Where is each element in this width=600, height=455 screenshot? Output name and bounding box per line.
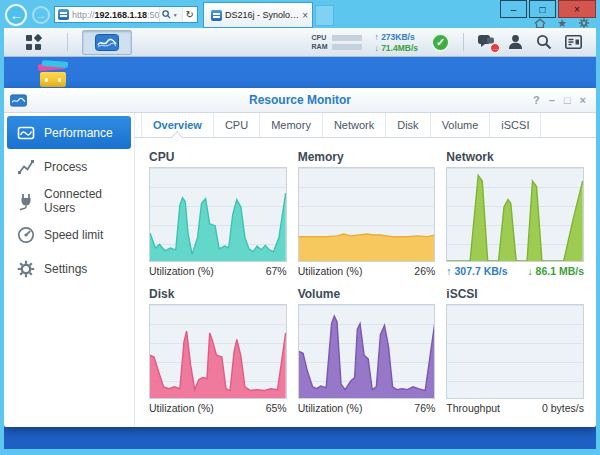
tab-iscsi[interactable]: iSCSI [490, 113, 541, 137]
charts-grid: CPUUtilization (%)67%MemoryUtilization (… [135, 138, 596, 427]
sidebar-item-settings[interactable]: Settings [7, 252, 131, 285]
browser-forward-button[interactable]: → [32, 6, 50, 24]
browser-tab[interactable]: DS216j - Synology DiskStation × [203, 2, 313, 28]
system-health-check-icon[interactable]: ✓ [431, 33, 450, 52]
chart-area-network [446, 167, 584, 262]
sidebar-item-process[interactable]: Process [7, 150, 131, 183]
address-search-button[interactable]: ▼ [159, 7, 182, 22]
window-close-button[interactable]: × [580, 94, 586, 106]
chart-area-cpu [149, 167, 287, 262]
widgets-icon [565, 35, 582, 49]
sidebar-item-label: Performance [44, 126, 113, 140]
widgets-button[interactable] [565, 35, 582, 49]
browser-window: ← → http://192.168.1.18:5000/?dc=14 ▼ ↻ … [0, 0, 600, 455]
cpu-meter-label: CPU [312, 34, 329, 41]
chart-footer-label: Utilization (%) [298, 402, 363, 414]
new-tab-button[interactable] [315, 5, 334, 26]
chart-area-disk [149, 304, 287, 399]
chart-footer-value: 26% [414, 265, 435, 277]
chart-panel-volume: VolumeUtilization (%)76% [298, 287, 436, 414]
tab-volume[interactable]: Volume [431, 113, 491, 137]
chart-title: Memory [298, 150, 436, 164]
dsm-taskbar: CPU RAM ↑ 273KB/s ↓ 71.4MB/s ✓ … [4, 28, 596, 57]
chart-area-iscsi [446, 304, 584, 399]
chart-panel-cpu: CPUUtilization (%)67% [149, 150, 287, 277]
search-button[interactable] [536, 34, 552, 50]
tab-disk[interactable]: Disk [386, 113, 430, 137]
main-menu-icon [26, 35, 41, 50]
sidebar: PerformanceProcessConnected UsersSpeed l… [4, 113, 135, 427]
chart-panel-iscsi: iSCSIThroughput0 bytes/s [446, 287, 584, 414]
system-meters[interactable]: CPU RAM [312, 34, 362, 50]
browser-minimize-button[interactable]: – [500, 0, 527, 18]
notifications-button[interactable]: … [477, 34, 495, 50]
sidebar-item-performance[interactable]: Performance [7, 116, 131, 149]
main-menu-button[interactable] [14, 30, 53, 55]
search-icon [536, 34, 552, 50]
tab-memory[interactable]: Memory [260, 113, 323, 137]
user-menu-button[interactable] [508, 34, 523, 50]
cpu-meter [332, 35, 362, 41]
tab-favicon [211, 10, 222, 21]
favorites-star-icon[interactable]: ★ [557, 18, 567, 29]
gear-icon [16, 259, 36, 279]
chart-title: Disk [149, 287, 287, 301]
chart-footer-value: 65% [266, 402, 287, 414]
notification-badge: … [490, 43, 500, 53]
chart-footer-value: ↓ 86.1 MB/s [527, 265, 584, 277]
chart-footer-value: 0 bytes/s [542, 402, 584, 414]
resource-monitor-taskbar-button[interactable] [82, 30, 132, 55]
window-maximize-button[interactable]: □ [564, 94, 571, 106]
chart-footer-label: Utilization (%) [298, 265, 363, 277]
window-minimize-button[interactable]: – [549, 94, 555, 106]
chart-footer-label: Utilization (%) [149, 265, 214, 277]
upload-speed: ↑ 273KB/s [375, 32, 418, 42]
ram-meter-label: RAM [312, 43, 329, 50]
taskbar-divider [67, 33, 68, 51]
browser-window-controls: – □ × [500, 0, 596, 18]
dsm-favicon [58, 9, 69, 20]
dsm-desktop: CPU RAM ↑ 273KB/s ↓ 71.4MB/s ✓ … [4, 28, 596, 449]
chart-footer-label: Throughput [446, 402, 500, 414]
performance-chart-icon [16, 123, 36, 143]
refresh-button[interactable]: ↻ [182, 7, 197, 22]
sidebar-item-label: Settings [44, 262, 87, 276]
process-icon [16, 157, 36, 177]
tab-cpu[interactable]: CPU [214, 113, 260, 137]
download-speed: ↓ 71.4MB/s [375, 43, 418, 53]
chart-title: Volume [298, 287, 436, 301]
chart-panel-network: Network↑ 307.7 KB/s↓ 86.1 MB/s [446, 150, 584, 277]
resource-monitor-icon [95, 34, 119, 51]
browser-maximize-button[interactable]: □ [529, 0, 556, 18]
chart-panel-disk: DiskUtilization (%)65% [149, 287, 287, 414]
tabbar: OverviewCPUMemoryNetworkDiskVolumeiSCSI [135, 113, 596, 138]
user-icon [508, 34, 523, 50]
chart-area-volume [298, 304, 436, 399]
tab-network[interactable]: Network [323, 113, 386, 137]
network-speeds: ↑ 273KB/s ↓ 71.4MB/s [375, 32, 418, 53]
chart-area-memory [298, 167, 436, 262]
resource-monitor-window: Resource Monitor ? – □ × PerformanceProc… [4, 88, 596, 427]
home-icon[interactable] [534, 18, 546, 29]
browser-back-button[interactable]: ← [5, 4, 27, 26]
chart-footer-label: ↑ 307.7 KB/s [446, 265, 507, 277]
tab-close-icon[interactable]: × [302, 10, 308, 21]
plug-icon [16, 191, 36, 211]
chart-title: iSCSI [446, 287, 584, 301]
sidebar-item-speed-limit[interactable]: Speed limit [7, 218, 131, 251]
address-bar[interactable]: http://192.168.1.18:5000/?dc=14 ▼ ↻ [54, 6, 198, 23]
window-help-button[interactable]: ? [533, 94, 540, 106]
tab-title: DS216j - Synology DiskStation [225, 10, 299, 20]
sidebar-item-label: Speed limit [44, 228, 103, 242]
taskbar-divider [463, 33, 464, 51]
ram-meter [332, 44, 362, 50]
chart-panel-memory: MemoryUtilization (%)26% [298, 150, 436, 277]
window-titlebar[interactable]: Resource Monitor ? – □ × [4, 88, 596, 113]
sidebar-item-connected-users[interactable]: Connected Users [7, 184, 131, 217]
gauge-icon [16, 225, 36, 245]
dsm-desktop-shortcut-icon[interactable] [34, 61, 74, 87]
chart-title: Network [446, 150, 584, 164]
tab-overview[interactable]: Overview [141, 113, 214, 137]
browser-close-button[interactable]: × [558, 0, 596, 18]
chart-title: CPU [149, 150, 287, 164]
